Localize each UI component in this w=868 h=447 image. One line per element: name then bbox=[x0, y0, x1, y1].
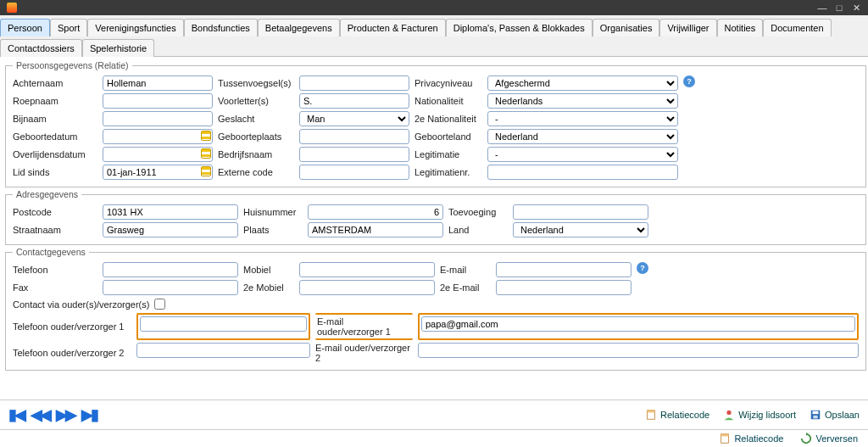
help-icon[interactable]: ? bbox=[637, 262, 648, 274]
tab-vrijwilliger[interactable]: Vrijwilliger bbox=[659, 19, 716, 36]
app-icon bbox=[7, 3, 17, 13]
lbl-contactvia: Contact via ouder(s)/verzorger(s) bbox=[13, 299, 149, 310]
select-nationaliteit[interactable]: Nederlands bbox=[487, 93, 678, 109]
tab-organisaties[interactable]: Organisaties bbox=[593, 19, 660, 36]
select-geboorteland[interactable]: Nederland bbox=[487, 129, 678, 144]
relatiecode-button[interactable]: Relatiecode bbox=[645, 409, 709, 421]
input-legitimatienr[interactable] bbox=[487, 165, 678, 180]
tab-diplomas[interactable]: Diploma's, Passen & Blokkades bbox=[446, 19, 593, 36]
input-bijnaam[interactable] bbox=[103, 111, 213, 126]
input-externecode[interactable] bbox=[299, 165, 409, 180]
wijzig-lidsoort-button[interactable]: Wijzig lidsoort bbox=[723, 409, 796, 421]
help-icon[interactable]: ? bbox=[683, 75, 695, 87]
input-toevoeging[interactable] bbox=[513, 204, 648, 220]
lbl-legitimatie: Legitimatie bbox=[415, 147, 482, 162]
nav-prev-button[interactable]: ◀◀ bbox=[31, 405, 49, 424]
input-voorletters[interactable] bbox=[299, 93, 409, 109]
lbl-geslacht: Geslacht bbox=[218, 111, 294, 126]
tab-strip: Persoon Sport Verenigingsfuncties Bondsf… bbox=[0, 15, 868, 57]
svg-rect-9 bbox=[813, 411, 819, 415]
lbl-telefoon: Telefoon bbox=[13, 262, 97, 277]
wijzig-label: Wijzig lidsoort bbox=[738, 410, 796, 420]
adres-fieldset: Adresgegevens Postcode Huisnummer Toevoe… bbox=[5, 189, 866, 245]
lbl-land: Land bbox=[448, 222, 508, 237]
lbl-tussenvoegsels: Tussenvoegsel(s) bbox=[218, 75, 294, 91]
tab-verenigingsfuncties[interactable]: Verenigingsfuncties bbox=[87, 19, 183, 36]
tab-notities[interactable]: Notities bbox=[717, 19, 764, 36]
status-relatiecode-label: Relatiecode bbox=[734, 433, 783, 444]
input-overlijdensdatum[interactable] bbox=[103, 147, 213, 162]
document-icon bbox=[645, 409, 657, 421]
lbl-toevoeging: Toevoeging bbox=[448, 204, 508, 220]
input-geboorteplaats[interactable] bbox=[299, 129, 409, 144]
lbl-mobiel: Mobiel bbox=[243, 262, 294, 277]
nav-next-button[interactable]: ▶▶ bbox=[56, 405, 75, 424]
input-telouder2[interactable] bbox=[136, 343, 310, 358]
input-telouder1[interactable] bbox=[140, 316, 307, 332]
tab-producten-facturen[interactable]: Producten & Facturen bbox=[340, 19, 446, 36]
lbl-overlijdensdatum: Overlijdensdatum bbox=[13, 147, 97, 162]
maximize-button[interactable]: □ bbox=[831, 3, 848, 13]
select-privacyniveau[interactable]: Afgeschermd bbox=[487, 75, 678, 91]
persoon-fieldset: Persoonsgegevens (Relatie) Achternaam Tu… bbox=[5, 60, 866, 187]
status-verversen-label: Verversen bbox=[815, 433, 858, 444]
lbl-huisnummer: Huisnummer bbox=[243, 204, 303, 220]
status-bar: Relatiecode Verversen bbox=[0, 429, 868, 447]
status-verversen[interactable]: Verversen bbox=[800, 433, 858, 444]
input-postcode[interactable] bbox=[103, 204, 238, 220]
svg-rect-10 bbox=[813, 416, 817, 419]
input-fax[interactable] bbox=[103, 280, 238, 295]
nav-last-button[interactable]: ▶▮ bbox=[81, 405, 97, 424]
tab-bondsfuncties[interactable]: Bondsfuncties bbox=[184, 19, 258, 36]
tab-spelerhistorie[interactable]: Spelerhistorie bbox=[82, 39, 154, 57]
close-button[interactable]: ✕ bbox=[848, 3, 865, 14]
input-huisnummer[interactable] bbox=[308, 204, 443, 220]
lbl-straatnaam: Straatnaam bbox=[13, 222, 97, 237]
lbl-geboorteland: Geboorteland bbox=[415, 129, 482, 144]
tab-sport[interactable]: Sport bbox=[50, 19, 87, 36]
refresh-icon bbox=[800, 433, 812, 444]
lbl-legitimatienr: Legitimatienr. bbox=[415, 165, 482, 180]
select-land[interactable]: Nederland bbox=[513, 222, 648, 237]
input-tussenvoegsels[interactable] bbox=[299, 75, 409, 91]
lbl-bedrijfsnaam: Bedrijfsnaam bbox=[218, 147, 294, 162]
checkbox-contactvia[interactable] bbox=[154, 299, 165, 310]
svg-rect-6 bbox=[648, 411, 655, 413]
lbl-fax: Fax bbox=[13, 280, 97, 295]
input-straatnaam[interactable] bbox=[103, 222, 238, 237]
input-emailouder1[interactable] bbox=[421, 316, 855, 332]
input-geboortedatum[interactable] bbox=[103, 129, 213, 144]
input-lidsinds[interactable] bbox=[103, 165, 213, 180]
input-bedrijfsnaam[interactable] bbox=[299, 147, 409, 162]
tab-contactdossiers[interactable]: Contactdossiers bbox=[0, 39, 82, 57]
input-roepnaam[interactable] bbox=[103, 93, 213, 109]
input-plaats[interactable] bbox=[308, 222, 443, 237]
tab-documenten[interactable]: Documenten bbox=[763, 19, 831, 36]
nav-first-button[interactable]: ▮◀ bbox=[8, 405, 24, 424]
document-icon bbox=[719, 433, 731, 444]
input-telefoon[interactable] bbox=[103, 262, 238, 277]
input-mobiel[interactable] bbox=[299, 262, 435, 277]
contact-fieldset: Contactgegevens Telefoon Mobiel E-mail ?… bbox=[5, 247, 866, 371]
lbl-externecode: Externe code bbox=[218, 165, 294, 180]
lbl-nat2: 2e Nationaliteit bbox=[415, 111, 482, 126]
status-relatiecode[interactable]: Relatiecode bbox=[719, 433, 783, 444]
lbl-geboorteplaats: Geboorteplaats bbox=[218, 129, 294, 144]
relatiecode-label: Relatiecode bbox=[660, 410, 709, 420]
select-geslacht[interactable]: Man bbox=[299, 111, 409, 126]
select-nat2[interactable]: - bbox=[487, 111, 678, 126]
input-emailouder2[interactable] bbox=[418, 343, 859, 358]
minimize-button[interactable]: — bbox=[814, 3, 831, 13]
input-email[interactable] bbox=[496, 262, 632, 277]
input-mobiel2[interactable] bbox=[299, 280, 435, 295]
tab-persoon[interactable]: Persoon bbox=[0, 19, 50, 36]
input-achternaam[interactable] bbox=[103, 75, 213, 91]
svg-rect-12 bbox=[721, 434, 729, 437]
lbl-email2: 2e E-mail bbox=[440, 280, 491, 295]
tab-betaalgegevens[interactable]: Betaalgegevens bbox=[258, 19, 340, 36]
input-email2[interactable] bbox=[496, 280, 632, 295]
lbl-telouder1: Telefoon ouder/verzorger 1 bbox=[13, 313, 131, 340]
opslaan-button[interactable]: Opslaan bbox=[810, 409, 860, 421]
select-legitimatie[interactable]: - bbox=[487, 147, 678, 162]
lbl-lidsinds: Lid sinds bbox=[13, 165, 97, 180]
